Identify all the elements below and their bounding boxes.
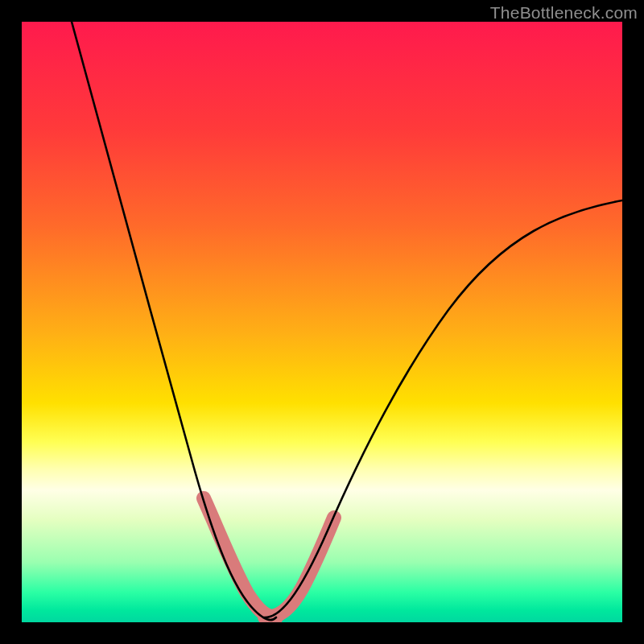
left-curve-highlight — [204, 498, 276, 617]
watermark-text: TheBottleneck.com — [490, 3, 638, 23]
chart-svg — [22, 22, 622, 622]
chart-plot-area — [22, 22, 622, 622]
right-curve — [263, 200, 622, 617]
right-curve-highlight — [265, 518, 334, 617]
left-curve — [72, 22, 276, 620]
